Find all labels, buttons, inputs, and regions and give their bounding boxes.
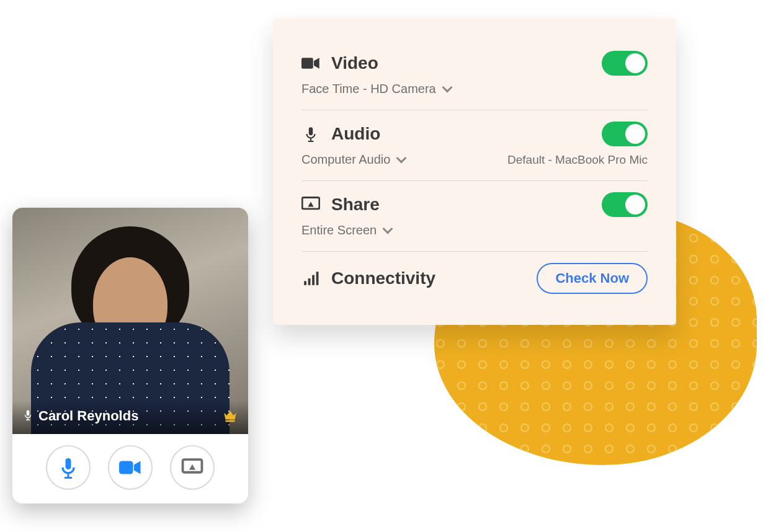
share-toggle[interactable] xyxy=(602,192,648,217)
share-target-label: Entire Screen xyxy=(301,223,377,237)
connectivity-title: Connectivity xyxy=(331,268,435,288)
svg-rect-5 xyxy=(308,141,314,142)
audio-title: Audio xyxy=(331,124,380,144)
share-section: Share Entire Screen xyxy=(301,181,648,252)
signal-bars-icon xyxy=(301,270,320,286)
svg-rect-15 xyxy=(66,458,71,469)
participant-name: Carol Reynolds xyxy=(38,408,138,424)
audio-section: Audio Computer Audio Default - MacBook P… xyxy=(301,110,648,181)
video-preview-card: Carol Reynolds xyxy=(12,208,248,503)
video-title: Video xyxy=(331,53,378,73)
svg-rect-11 xyxy=(27,410,30,416)
audio-input-label: Default - MacBook Pro Mic xyxy=(507,153,648,167)
svg-rect-18 xyxy=(119,461,133,474)
svg-rect-8 xyxy=(308,278,311,285)
audio-output-dropdown[interactable]: Computer Audio xyxy=(301,153,405,167)
svg-rect-9 xyxy=(312,275,315,285)
share-screen-button[interactable] xyxy=(170,445,215,490)
svg-rect-14 xyxy=(225,420,234,422)
mute-button[interactable] xyxy=(46,445,91,490)
chevron-down-icon xyxy=(442,82,452,92)
check-now-button[interactable]: Check Now xyxy=(537,263,648,294)
host-crown-icon xyxy=(222,407,238,425)
video-overlay: Carol Reynolds xyxy=(12,401,248,434)
video-toggle[interactable] xyxy=(602,51,648,76)
screen-share-icon xyxy=(301,197,320,213)
chevron-down-icon xyxy=(383,223,393,234)
video-feed: Carol Reynolds xyxy=(12,208,248,434)
audio-output-label: Computer Audio xyxy=(301,153,390,167)
share-target-dropdown[interactable]: Entire Screen xyxy=(301,223,648,237)
connectivity-section: Connectivity Check Now xyxy=(301,252,648,294)
share-title: Share xyxy=(331,195,380,215)
camera-button[interactable] xyxy=(108,445,153,490)
video-device-label: Face Time - HD Camera xyxy=(301,82,436,96)
mic-status-icon xyxy=(22,408,33,424)
video-icon xyxy=(301,55,320,71)
svg-rect-7 xyxy=(304,281,306,285)
svg-rect-13 xyxy=(26,420,30,421)
video-device-dropdown[interactable]: Face Time - HD Camera xyxy=(301,82,648,96)
chevron-down-icon xyxy=(396,153,407,163)
settings-panel: Video Face Time - HD Camera Audio Comput… xyxy=(273,19,676,325)
video-section: Video Face Time - HD Camera xyxy=(301,40,648,110)
svg-rect-4 xyxy=(310,138,311,141)
svg-rect-2 xyxy=(301,58,313,69)
microphone-icon xyxy=(301,126,320,142)
svg-rect-17 xyxy=(65,477,72,479)
svg-rect-12 xyxy=(27,418,29,420)
svg-rect-10 xyxy=(316,272,319,285)
action-bar xyxy=(12,434,248,503)
svg-rect-16 xyxy=(68,473,69,477)
audio-toggle[interactable] xyxy=(602,122,648,146)
svg-rect-3 xyxy=(309,127,313,135)
